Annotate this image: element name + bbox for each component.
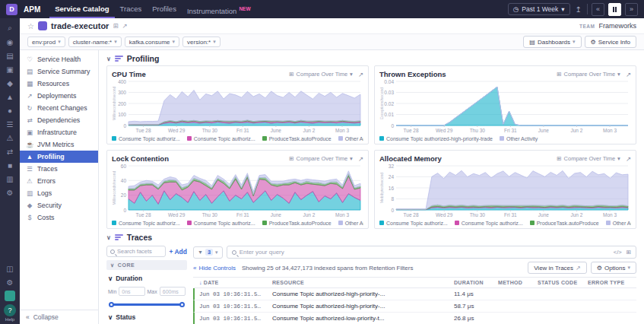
column-header-date[interactable]: ↓DATE [195, 280, 268, 285]
notebooks-icon[interactable]: ◫ [0, 262, 20, 275]
service-info-button[interactable]: ⚙Service Info [585, 36, 636, 48]
legend-item[interactable]: ProduceTask.autoProduce [262, 221, 332, 226]
dashboards-button[interactable]: ▤Dashboards▾ [523, 36, 581, 48]
filter-pill-env-prod[interactable]: env:prod▾ [27, 37, 65, 47]
view-in-traces-button[interactable]: View in Traces↗ [528, 262, 587, 274]
user-avatar[interactable] [5, 291, 15, 301]
export-icon[interactable]: ↥ [574, 5, 583, 14]
compare-over-time-button[interactable]: ⊞Compare Over Time▾ [289, 155, 353, 162]
query-input[interactable]: Enter your query </> ⊞ [227, 246, 636, 259]
chart-plot[interactable]: 0100200300400Tue 28Wed 29Thu 30Fri 31Jun… [112, 79, 363, 134]
legend-item[interactable]: Other Activity [500, 136, 538, 141]
sidebar-item-dependencies[interactable]: ⇄Dependencies [20, 114, 98, 126]
sidebar-item-deployments[interactable]: ↗Deployments [20, 90, 98, 102]
apm-icon[interactable]: ▲ [0, 90, 20, 103]
span-row[interactable]: Jun 03 10:36:31.559Consume Topic authori… [193, 300, 636, 313]
min-input[interactable]: 0ns [119, 287, 144, 296]
copy-icon[interactable]: ⊞ [627, 249, 631, 256]
alerts-icon[interactable]: ⚠ [0, 131, 20, 145]
legend-item[interactable]: ProduceTask.autoProduce [262, 136, 332, 141]
chart-plot[interactable]: 08162432Tue 28Wed 29Thu 30Fri 31JuneJun … [379, 164, 631, 218]
legend-item[interactable]: Consume Topic authoriz... [379, 221, 448, 226]
collapse-section-icon[interactable]: ∨ [106, 56, 111, 62]
filter-pill-cluster-name-[interactable]: cluster-name:*▾ [68, 37, 122, 47]
ci-cd-icon[interactable]: ⇄ [0, 145, 20, 158]
legend-item[interactable]: Other Activity [338, 221, 363, 226]
help-button[interactable]: ? [4, 304, 16, 316]
search-facets-input[interactable]: Search facets [106, 246, 166, 257]
collapse-section-icon[interactable]: ∨ [106, 234, 111, 241]
column-header-method[interactable]: METHOD [493, 280, 533, 285]
column-header-error-type[interactable]: ERROR TYPE [583, 280, 636, 285]
expand-chart-icon[interactable]: ↗ [626, 71, 631, 78]
legend-item[interactable]: Other Activity [338, 136, 363, 141]
search-icon[interactable]: ⌕ [0, 21, 20, 35]
filter-pill-version-[interactable]: version:*▾ [182, 37, 220, 47]
max-input[interactable]: 600ms [160, 287, 186, 296]
pause-button[interactable] [608, 3, 621, 16]
skip-forward-button[interactable]: » [625, 3, 638, 16]
facet-duration[interactable]: ∨ Duration [106, 273, 187, 282]
tab-service-catalog[interactable]: Service Catalog [49, 0, 114, 18]
chart-plot[interactable]: 0204060Tue 28Wed 29Thu 30Fri 31JuneJun 2… [112, 164, 363, 218]
legend-item[interactable]: Other Activity [606, 221, 631, 226]
sidebar-item-errors[interactable]: ⚠Errors [20, 175, 98, 187]
options-button[interactable]: ⚙Options▾ [591, 262, 636, 274]
compare-over-time-button[interactable]: ⊞Compare Over Time▾ [557, 71, 620, 78]
column-header-duration[interactable]: DURATION [449, 280, 493, 285]
span-row[interactable]: Jun 03 10:36:31.559Consume Topic authori… [193, 313, 636, 324]
time-range-picker[interactable]: ◷ Past 1 Week ▾ [508, 3, 570, 15]
logs-icon[interactable]: ☰ [0, 117, 20, 131]
duration-slider[interactable] [106, 300, 187, 309]
legend-item[interactable]: ProduceTask.autoProduce [530, 221, 599, 226]
add-facet-button[interactable]: + Add [169, 248, 187, 256]
datadog-logo[interactable]: D [6, 4, 17, 15]
sidebar-item-resources[interactable]: ▦Resources [20, 78, 98, 90]
sidebar-item-costs[interactable]: $Costs [20, 211, 98, 224]
org-settings-icon[interactable]: ⚙ [0, 275, 20, 289]
sidebar-item-recent-changes[interactable]: ↻Recent Changes [20, 102, 98, 114]
filter-pill-kafka-consume[interactable]: kafka.consume▾ [125, 37, 179, 47]
copy-icon[interactable]: ⊞ [113, 22, 118, 30]
legend-item[interactable]: Consume Topic authoriz... [112, 136, 180, 141]
sidebar-item-service-summary[interactable]: ▤Service Summary [20, 65, 98, 78]
metrics-icon[interactable]: ● [0, 103, 20, 117]
legend-item[interactable]: Consume Topic authoriz... [112, 221, 180, 226]
code-icon[interactable]: </> [614, 249, 622, 256]
watchdog-icon[interactable]: ◉ [0, 35, 20, 49]
filters-chip[interactable]: ▼ 3 ▾ [193, 246, 223, 259]
sidebar-item-logs[interactable]: ▥Logs [20, 187, 98, 199]
dashboards-icon[interactable]: ▤ [0, 49, 20, 62]
sidebar-item-security[interactable]: ◆Security [20, 199, 98, 211]
team-value[interactable]: Frameworks [598, 22, 636, 30]
open-icon[interactable]: ↗ [122, 22, 128, 30]
column-header-status-code[interactable]: STATUS CODE [533, 280, 583, 285]
facet-status[interactable]: ∨ Status [106, 312, 187, 321]
compare-over-time-button[interactable]: ⊞Compare Over Time▾ [557, 155, 620, 162]
tab-profiles[interactable]: Profiles [147, 0, 182, 18]
slider-knob-max[interactable] [179, 302, 185, 307]
skip-back-button[interactable]: « [592, 3, 604, 16]
synthetics-icon[interactable]: ▥ [0, 172, 20, 186]
favorite-star-icon[interactable]: ☆ [27, 22, 34, 30]
facet-group-core[interactable]: ∨ CORE [106, 260, 187, 270]
slider-knob-min[interactable] [109, 302, 114, 307]
sidebar-item-infrastructure[interactable]: ▣Infrastructure [20, 126, 98, 138]
security-icon[interactable]: ■ [0, 158, 20, 172]
tab-traces[interactable]: Traces [115, 0, 148, 18]
hide-controls-button[interactable]: «Hide Controls [193, 265, 236, 272]
column-header-resource[interactable]: RESOURCE [268, 280, 449, 285]
tab-instrumentation[interactable]: InstrumentationNEW [182, 0, 256, 18]
infrastructure-icon[interactable]: ▣ [0, 62, 20, 76]
monitors-icon[interactable]: ◆ [0, 76, 20, 90]
expand-chart-icon[interactable]: ↗ [358, 71, 363, 78]
expand-chart-icon[interactable]: ↗ [358, 155, 363, 163]
sidebar-item-traces[interactable]: ☰Traces [20, 163, 98, 175]
expand-chart-icon[interactable]: ↗ [626, 155, 631, 163]
sidebar-item-profiling[interactable]: ▲Profiling [20, 151, 98, 163]
collapse-nav-button[interactable]: «Collapse [20, 310, 98, 324]
legend-item[interactable]: Consume Topic authoriz... [455, 221, 523, 226]
legend-item[interactable]: Consume Topic authorized-high-priority-t… [379, 136, 493, 141]
compare-over-time-button[interactable]: ⊞Compare Over Time▾ [289, 71, 353, 78]
sidebar-item-service-health[interactable]: ♡Service Health [20, 53, 98, 65]
